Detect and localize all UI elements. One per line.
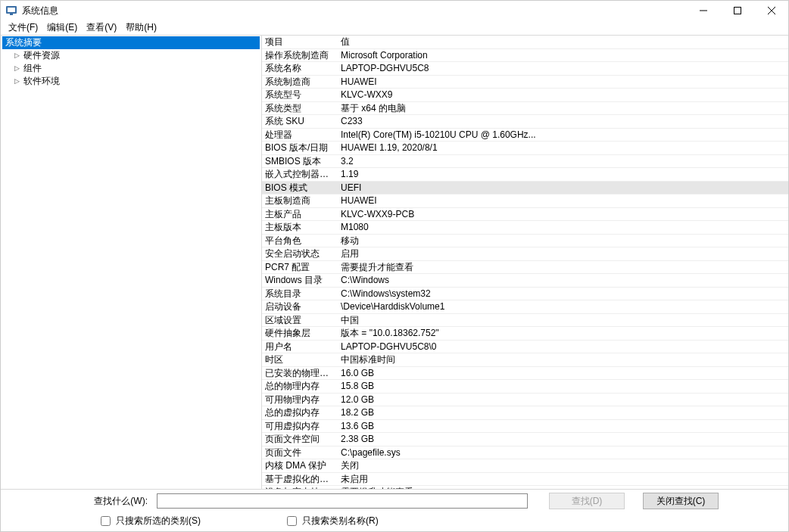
check-names-only[interactable]: 只搜索类别名称(R) bbox=[284, 514, 379, 528]
tree-item[interactable]: ▷组件 bbox=[2, 62, 260, 75]
cell-item: 内核 DMA 保护 bbox=[262, 459, 338, 473]
cell-item: 安全启动状态 bbox=[262, 247, 338, 261]
cell-value: 基于 x64 的电脑 bbox=[338, 102, 788, 116]
check-names-only-box[interactable] bbox=[287, 516, 297, 526]
cell-item: PCR7 配置 bbox=[262, 261, 338, 275]
cell-value: 未启用 bbox=[338, 473, 788, 487]
cell-item: 总的虚拟内存 bbox=[262, 406, 338, 420]
cell-item: 设备加密支持 bbox=[262, 486, 338, 489]
cell-value: UEFI bbox=[338, 182, 788, 195]
cell-item: Windows 目录 bbox=[262, 274, 338, 288]
cell-item: 时区 bbox=[262, 353, 338, 367]
details-scroll[interactable]: 项目 值 操作系统制造商Microsoft Corporation系统名称LAP… bbox=[262, 36, 788, 489]
search-input[interactable] bbox=[157, 493, 528, 509]
cell-item: 操作系统制造商 bbox=[262, 49, 338, 63]
cell-value: C:\pagefile.sys bbox=[338, 446, 788, 460]
tree-root-label: 系统摘要 bbox=[5, 37, 42, 48]
cell-item: BIOS 版本/日期 bbox=[262, 142, 338, 155]
menu-edit[interactable]: 编辑(E) bbox=[42, 20, 82, 36]
window-title: 系统信息 bbox=[22, 5, 58, 17]
cell-value: C:\Windows bbox=[338, 274, 788, 288]
cell-value: 15.8 GB bbox=[338, 380, 788, 394]
cell-value: 中国标准时间 bbox=[338, 353, 788, 367]
titlebar: 系统信息 bbox=[1, 1, 788, 20]
check-selected-only-label: 只搜索所选的类别(S) bbox=[116, 515, 201, 527]
cell-value: Microsoft Corporation bbox=[338, 49, 788, 63]
cell-value: M1080 bbox=[338, 221, 788, 235]
cell-value: 18.2 GB bbox=[338, 406, 788, 420]
cell-value: C233 bbox=[338, 115, 788, 129]
close-find-button[interactable]: 关闭查找(C) bbox=[643, 493, 719, 509]
tree-item-label: 组件 bbox=[23, 63, 42, 74]
find-button[interactable]: 查找(D) bbox=[549, 493, 625, 509]
maximize-button[interactable] bbox=[720, 1, 754, 20]
minimize-button[interactable] bbox=[686, 1, 720, 20]
cell-item: 启动设备 bbox=[262, 300, 338, 314]
category-tree[interactable]: 系统摘要 ▷硬件资源▷组件▷软件环境 bbox=[1, 36, 262, 489]
cell-item: 嵌入式控制器版本 bbox=[262, 168, 338, 182]
cell-item: 用户名 bbox=[262, 341, 338, 354]
cell-value: LAPTOP-DGHVU5C8\0 bbox=[338, 341, 788, 354]
cell-value: 13.6 GB bbox=[338, 420, 788, 434]
tree-root[interactable]: 系统摘要 bbox=[2, 36, 260, 49]
app-icon bbox=[5, 5, 17, 17]
cell-item: 处理器 bbox=[262, 129, 338, 142]
cell-item: 主板版本 bbox=[262, 221, 338, 235]
menu-view[interactable]: 查看(V) bbox=[82, 20, 121, 36]
cell-item: 总的物理内存 bbox=[262, 380, 338, 394]
cell-item: BIOS 模式 bbox=[262, 182, 338, 195]
cell-value: C:\Windows\system32 bbox=[338, 288, 788, 301]
cell-item: 系统 SKU bbox=[262, 115, 338, 129]
close-button[interactable] bbox=[754, 1, 788, 20]
svg-rect-1 bbox=[8, 8, 15, 12]
cell-item: 页面文件 bbox=[262, 446, 338, 460]
cell-item: 系统名称 bbox=[262, 62, 338, 76]
check-selected-only-box[interactable] bbox=[101, 516, 111, 526]
cell-value: Intel(R) Core(TM) i5-10210U CPU @ 1.60GH… bbox=[338, 129, 788, 142]
cell-item: 可用虚拟内存 bbox=[262, 420, 338, 434]
cell-item: 系统类型 bbox=[262, 102, 338, 116]
cell-value: 版本 = "10.0.18362.752" bbox=[338, 327, 788, 341]
cell-item: 页面文件空间 bbox=[262, 433, 338, 446]
cell-value: 1.19 bbox=[338, 168, 788, 182]
cell-value: KLVC-WXX9 bbox=[338, 89, 788, 102]
menu-help[interactable]: 帮助(H) bbox=[121, 20, 161, 36]
tree-item[interactable]: ▷软件环境 bbox=[2, 75, 260, 88]
cell-value: 12.0 GB bbox=[338, 394, 788, 407]
col-header-item[interactable]: 项目 bbox=[262, 36, 338, 49]
cell-value: 16.0 GB bbox=[338, 367, 788, 381]
cell-item: 系统型号 bbox=[262, 89, 338, 102]
tree-item-label: 软件环境 bbox=[23, 76, 60, 87]
col-header-value[interactable]: 值 bbox=[338, 36, 788, 49]
cell-value: 需要提升才能查看 bbox=[338, 261, 788, 275]
cell-value: 关闭 bbox=[338, 459, 788, 473]
cell-value: HUAWEI 1.19, 2020/8/1 bbox=[338, 142, 788, 155]
search-panel: 查找什么(W): 查找(D) 关闭查找(C) 只搜索所选的类别(S) 只搜索类别… bbox=[1, 490, 788, 531]
search-label: 查找什么(W): bbox=[7, 495, 151, 508]
cell-item: 系统目录 bbox=[262, 288, 338, 301]
cell-item: 区域设置 bbox=[262, 314, 338, 328]
cell-item: 可用物理内存 bbox=[262, 394, 338, 407]
cell-value: KLVC-WXX9-PCB bbox=[338, 208, 788, 222]
check-names-only-label: 只搜索类别名称(R) bbox=[302, 515, 379, 527]
cell-value: HUAWEI bbox=[338, 194, 788, 208]
cell-value: 中国 bbox=[338, 314, 788, 328]
cell-item: 已安装的物理内存(... bbox=[262, 367, 338, 381]
check-selected-only[interactable]: 只搜索所选的类别(S) bbox=[98, 514, 201, 528]
tree-expander-icon[interactable]: ▷ bbox=[14, 63, 22, 74]
cell-value: 3.2 bbox=[338, 155, 788, 169]
cell-item: 硬件抽象层 bbox=[262, 327, 338, 341]
tree-item-label: 硬件资源 bbox=[23, 50, 60, 61]
cell-value: 启用 bbox=[338, 247, 788, 261]
tree-expander-icon[interactable]: ▷ bbox=[14, 50, 22, 61]
tree-expander-icon[interactable]: ▷ bbox=[14, 76, 22, 87]
menu-file[interactable]: 文件(F) bbox=[4, 20, 42, 36]
cell-value: HUAWEI bbox=[338, 76, 788, 89]
tree-item[interactable]: ▷硬件资源 bbox=[2, 49, 260, 62]
cell-value: 移动 bbox=[338, 235, 788, 248]
svg-rect-4 bbox=[734, 8, 741, 14]
svg-rect-2 bbox=[10, 14, 13, 15]
cell-item: 平台角色 bbox=[262, 235, 338, 248]
cell-item: 系统制造商 bbox=[262, 76, 338, 89]
details-grid: 项目 值 操作系统制造商Microsoft Corporation系统名称LAP… bbox=[262, 36, 788, 489]
